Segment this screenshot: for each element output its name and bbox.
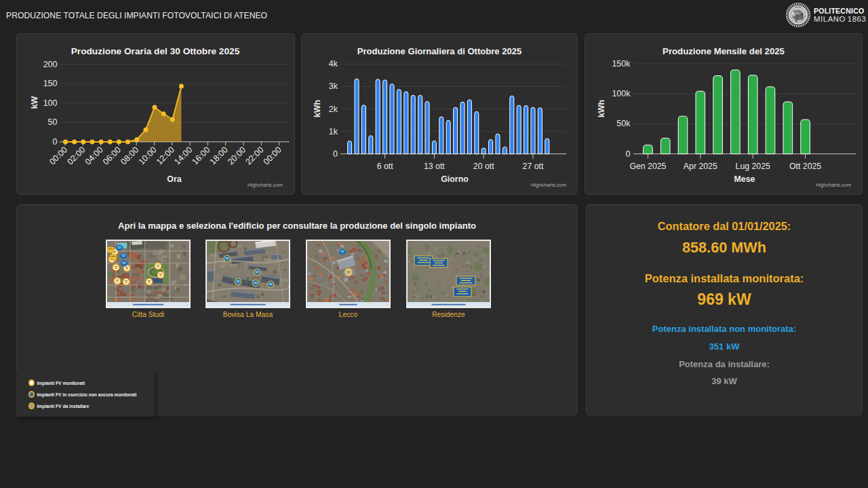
svg-text:04:00: 04:00 — [83, 145, 105, 167]
svg-text:10:00: 10:00 — [137, 145, 159, 167]
svg-text:Mese: Mese — [734, 174, 755, 184]
svg-text:Highcharts.com: Highcharts.com — [531, 182, 566, 188]
svg-text:0: 0 — [333, 149, 338, 159]
svg-text:100: 100 — [43, 98, 58, 108]
svg-text:kWh: kWh — [313, 100, 322, 117]
svg-text:200: 200 — [43, 60, 58, 69]
svg-text:Highcharts.com: Highcharts.com — [248, 182, 283, 188]
svg-text:Ora: Ora — [167, 174, 181, 184]
svg-text:2k: 2k — [329, 105, 338, 114]
svg-text:Gen 2025: Gen 2025 — [629, 162, 666, 171]
svg-text:20:00: 20:00 — [226, 145, 248, 167]
svg-text:4k: 4k — [329, 59, 338, 69]
svg-text:00:00: 00:00 — [262, 145, 283, 167]
svg-text:Ott 2025: Ott 2025 — [789, 162, 821, 171]
svg-text:20 ott: 20 ott — [473, 162, 494, 171]
svg-text:6 ott: 6 ott — [377, 162, 394, 171]
svg-text:0: 0 — [626, 149, 631, 159]
svg-text:Produzione Oraria del 30 Ottob: Produzione Oraria del 30 Ottobre 2025 — [71, 46, 240, 56]
svg-text:0: 0 — [53, 137, 58, 147]
svg-text:100k: 100k — [612, 89, 631, 98]
svg-text:50: 50 — [48, 117, 58, 127]
svg-text:Produzione Mensile del 2025: Produzione Mensile del 2025 — [663, 46, 785, 56]
svg-text:kWh: kWh — [597, 100, 606, 117]
svg-text:Highcharts.com: Highcharts.com — [816, 182, 851, 188]
svg-text:Produzione Giornaliera di Otto: Produzione Giornaliera di Ottobre 2025 — [357, 46, 522, 56]
svg-text:16:00: 16:00 — [191, 145, 212, 167]
svg-text:50k: 50k — [616, 119, 631, 128]
svg-text:kW: kW — [30, 96, 39, 109]
svg-text:150k: 150k — [612, 59, 631, 69]
svg-text:02:00: 02:00 — [65, 145, 87, 167]
svg-text:14:00: 14:00 — [172, 145, 194, 167]
svg-text:150: 150 — [43, 79, 58, 88]
svg-text:3k: 3k — [329, 81, 338, 91]
svg-text:18:00: 18:00 — [208, 145, 230, 167]
svg-text:06:00: 06:00 — [101, 145, 123, 167]
svg-text:13 ott: 13 ott — [424, 162, 445, 171]
svg-text:00:00: 00:00 — [47, 145, 69, 167]
svg-text:Giorno: Giorno — [441, 174, 469, 184]
svg-text:22:00: 22:00 — [243, 145, 265, 167]
svg-text:1k: 1k — [329, 127, 338, 136]
svg-text:12:00: 12:00 — [155, 145, 176, 167]
svg-text:Lug 2025: Lug 2025 — [736, 162, 770, 171]
svg-text:27 ott: 27 ott — [523, 162, 544, 171]
svg-text:08:00: 08:00 — [119, 145, 140, 167]
svg-text:Apr 2025: Apr 2025 — [684, 162, 717, 171]
